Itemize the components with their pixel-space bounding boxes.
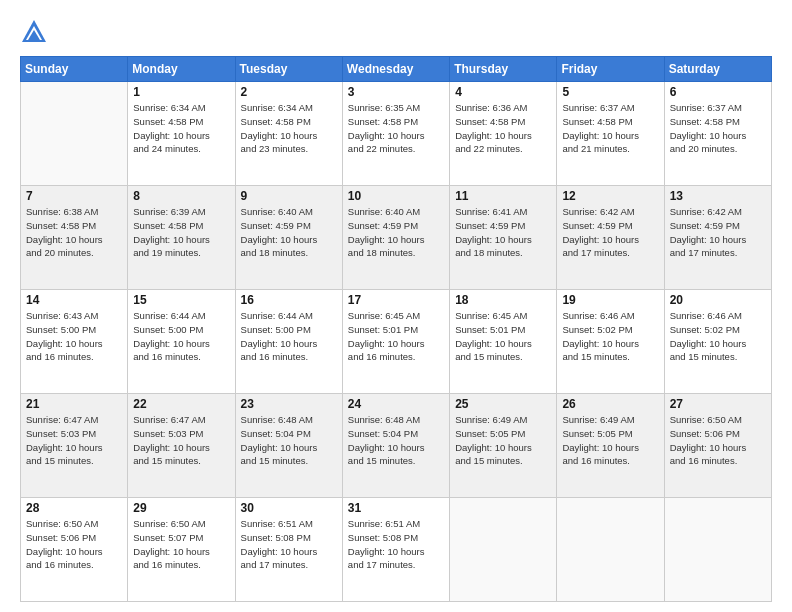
calendar-cell: 12Sunrise: 6:42 AM Sunset: 4:59 PM Dayli… (557, 186, 664, 290)
day-number: 14 (26, 293, 122, 307)
day-info: Sunrise: 6:45 AM Sunset: 5:01 PM Dayligh… (455, 309, 551, 364)
calendar-cell: 24Sunrise: 6:48 AM Sunset: 5:04 PM Dayli… (342, 394, 449, 498)
calendar-cell: 22Sunrise: 6:47 AM Sunset: 5:03 PM Dayli… (128, 394, 235, 498)
calendar-week-row: 1Sunrise: 6:34 AM Sunset: 4:58 PM Daylig… (21, 82, 772, 186)
day-number: 21 (26, 397, 122, 411)
page: SundayMondayTuesdayWednesdayThursdayFrid… (0, 0, 792, 612)
day-number: 4 (455, 85, 551, 99)
calendar-cell: 17Sunrise: 6:45 AM Sunset: 5:01 PM Dayli… (342, 290, 449, 394)
day-info: Sunrise: 6:37 AM Sunset: 4:58 PM Dayligh… (670, 101, 766, 156)
day-number: 7 (26, 189, 122, 203)
day-info: Sunrise: 6:48 AM Sunset: 5:04 PM Dayligh… (241, 413, 337, 468)
day-number: 11 (455, 189, 551, 203)
calendar-cell: 3Sunrise: 6:35 AM Sunset: 4:58 PM Daylig… (342, 82, 449, 186)
calendar-header-row: SundayMondayTuesdayWednesdayThursdayFrid… (21, 57, 772, 82)
logo (20, 16, 52, 46)
calendar-cell: 2Sunrise: 6:34 AM Sunset: 4:58 PM Daylig… (235, 82, 342, 186)
day-info: Sunrise: 6:49 AM Sunset: 5:05 PM Dayligh… (455, 413, 551, 468)
day-number: 8 (133, 189, 229, 203)
day-number: 27 (670, 397, 766, 411)
calendar-cell: 16Sunrise: 6:44 AM Sunset: 5:00 PM Dayli… (235, 290, 342, 394)
day-info: Sunrise: 6:37 AM Sunset: 4:58 PM Dayligh… (562, 101, 658, 156)
calendar-cell: 25Sunrise: 6:49 AM Sunset: 5:05 PM Dayli… (450, 394, 557, 498)
day-info: Sunrise: 6:49 AM Sunset: 5:05 PM Dayligh… (562, 413, 658, 468)
day-info: Sunrise: 6:34 AM Sunset: 4:58 PM Dayligh… (133, 101, 229, 156)
calendar-cell: 28Sunrise: 6:50 AM Sunset: 5:06 PM Dayli… (21, 498, 128, 602)
calendar-cell: 9Sunrise: 6:40 AM Sunset: 4:59 PM Daylig… (235, 186, 342, 290)
weekday-header: Monday (128, 57, 235, 82)
calendar-cell: 8Sunrise: 6:39 AM Sunset: 4:58 PM Daylig… (128, 186, 235, 290)
day-number: 26 (562, 397, 658, 411)
day-info: Sunrise: 6:47 AM Sunset: 5:03 PM Dayligh… (133, 413, 229, 468)
calendar-cell: 6Sunrise: 6:37 AM Sunset: 4:58 PM Daylig… (664, 82, 771, 186)
calendar-cell (557, 498, 664, 602)
day-number: 9 (241, 189, 337, 203)
day-number: 17 (348, 293, 444, 307)
day-info: Sunrise: 6:44 AM Sunset: 5:00 PM Dayligh… (241, 309, 337, 364)
weekday-header: Saturday (664, 57, 771, 82)
day-number: 15 (133, 293, 229, 307)
day-number: 6 (670, 85, 766, 99)
day-number: 16 (241, 293, 337, 307)
calendar-cell (450, 498, 557, 602)
day-number: 13 (670, 189, 766, 203)
day-info: Sunrise: 6:50 AM Sunset: 5:07 PM Dayligh… (133, 517, 229, 572)
day-number: 28 (26, 501, 122, 515)
day-info: Sunrise: 6:42 AM Sunset: 4:59 PM Dayligh… (562, 205, 658, 260)
weekday-header: Thursday (450, 57, 557, 82)
calendar-cell: 11Sunrise: 6:41 AM Sunset: 4:59 PM Dayli… (450, 186, 557, 290)
weekday-header: Sunday (21, 57, 128, 82)
calendar-week-row: 28Sunrise: 6:50 AM Sunset: 5:06 PM Dayli… (21, 498, 772, 602)
weekday-header: Wednesday (342, 57, 449, 82)
calendar-cell: 29Sunrise: 6:50 AM Sunset: 5:07 PM Dayli… (128, 498, 235, 602)
day-number: 29 (133, 501, 229, 515)
day-info: Sunrise: 6:40 AM Sunset: 4:59 PM Dayligh… (348, 205, 444, 260)
day-info: Sunrise: 6:46 AM Sunset: 5:02 PM Dayligh… (670, 309, 766, 364)
day-info: Sunrise: 6:50 AM Sunset: 5:06 PM Dayligh… (670, 413, 766, 468)
calendar-cell: 27Sunrise: 6:50 AM Sunset: 5:06 PM Dayli… (664, 394, 771, 498)
day-info: Sunrise: 6:45 AM Sunset: 5:01 PM Dayligh… (348, 309, 444, 364)
day-number: 12 (562, 189, 658, 203)
day-number: 23 (241, 397, 337, 411)
calendar-cell: 30Sunrise: 6:51 AM Sunset: 5:08 PM Dayli… (235, 498, 342, 602)
day-number: 2 (241, 85, 337, 99)
day-info: Sunrise: 6:39 AM Sunset: 4:58 PM Dayligh… (133, 205, 229, 260)
day-number: 31 (348, 501, 444, 515)
day-info: Sunrise: 6:38 AM Sunset: 4:58 PM Dayligh… (26, 205, 122, 260)
calendar-cell: 5Sunrise: 6:37 AM Sunset: 4:58 PM Daylig… (557, 82, 664, 186)
calendar-cell: 1Sunrise: 6:34 AM Sunset: 4:58 PM Daylig… (128, 82, 235, 186)
calendar-cell: 21Sunrise: 6:47 AM Sunset: 5:03 PM Dayli… (21, 394, 128, 498)
day-number: 24 (348, 397, 444, 411)
calendar-cell: 18Sunrise: 6:45 AM Sunset: 5:01 PM Dayli… (450, 290, 557, 394)
day-info: Sunrise: 6:51 AM Sunset: 5:08 PM Dayligh… (241, 517, 337, 572)
day-number: 25 (455, 397, 551, 411)
calendar-table: SundayMondayTuesdayWednesdayThursdayFrid… (20, 56, 772, 602)
calendar-week-row: 7Sunrise: 6:38 AM Sunset: 4:58 PM Daylig… (21, 186, 772, 290)
day-info: Sunrise: 6:50 AM Sunset: 5:06 PM Dayligh… (26, 517, 122, 572)
calendar-cell: 31Sunrise: 6:51 AM Sunset: 5:08 PM Dayli… (342, 498, 449, 602)
day-info: Sunrise: 6:35 AM Sunset: 4:58 PM Dayligh… (348, 101, 444, 156)
day-info: Sunrise: 6:46 AM Sunset: 5:02 PM Dayligh… (562, 309, 658, 364)
day-info: Sunrise: 6:47 AM Sunset: 5:03 PM Dayligh… (26, 413, 122, 468)
calendar-week-row: 21Sunrise: 6:47 AM Sunset: 5:03 PM Dayli… (21, 394, 772, 498)
calendar-cell (664, 498, 771, 602)
calendar-cell: 23Sunrise: 6:48 AM Sunset: 5:04 PM Dayli… (235, 394, 342, 498)
day-info: Sunrise: 6:34 AM Sunset: 4:58 PM Dayligh… (241, 101, 337, 156)
weekday-header: Tuesday (235, 57, 342, 82)
day-info: Sunrise: 6:51 AM Sunset: 5:08 PM Dayligh… (348, 517, 444, 572)
day-number: 3 (348, 85, 444, 99)
day-info: Sunrise: 6:42 AM Sunset: 4:59 PM Dayligh… (670, 205, 766, 260)
day-number: 10 (348, 189, 444, 203)
day-number: 22 (133, 397, 229, 411)
calendar-cell: 4Sunrise: 6:36 AM Sunset: 4:58 PM Daylig… (450, 82, 557, 186)
calendar-cell: 26Sunrise: 6:49 AM Sunset: 5:05 PM Dayli… (557, 394, 664, 498)
day-info: Sunrise: 6:40 AM Sunset: 4:59 PM Dayligh… (241, 205, 337, 260)
calendar-cell: 10Sunrise: 6:40 AM Sunset: 4:59 PM Dayli… (342, 186, 449, 290)
calendar-cell (21, 82, 128, 186)
calendar-week-row: 14Sunrise: 6:43 AM Sunset: 5:00 PM Dayli… (21, 290, 772, 394)
calendar-cell: 20Sunrise: 6:46 AM Sunset: 5:02 PM Dayli… (664, 290, 771, 394)
logo-icon (20, 18, 48, 46)
day-info: Sunrise: 6:44 AM Sunset: 5:00 PM Dayligh… (133, 309, 229, 364)
calendar-cell: 19Sunrise: 6:46 AM Sunset: 5:02 PM Dayli… (557, 290, 664, 394)
day-number: 20 (670, 293, 766, 307)
